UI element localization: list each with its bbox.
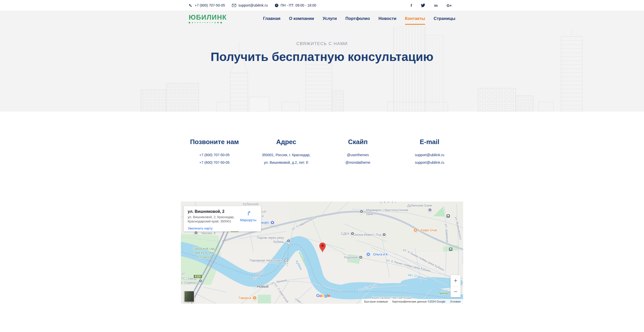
- poi-pin-sdek[interactable]: [350, 231, 355, 237]
- logo-dots: [189, 22, 222, 23]
- clock-icon: [275, 4, 278, 7]
- bus-stop-icon[interactable]: [449, 247, 452, 252]
- poi-pin-taverna[interactable]: [252, 295, 257, 302]
- phone-value: +7 (800) 707-50-05: [179, 159, 250, 166]
- poi-pin-dubinskie[interactable]: [428, 208, 432, 214]
- envelope-icon: [232, 4, 236, 7]
- poi-pin-olga[interactable]: [366, 252, 371, 258]
- terms-link[interactable]: Условия: [450, 300, 461, 303]
- contact-col-title: Адрес: [250, 138, 322, 146]
- poi-pin-lukoil[interactable]: [270, 220, 275, 226]
- directions-button[interactable]: Маршруты: [239, 209, 257, 229]
- address-value: ул. Вишняковой, д.2, лит. Е: [250, 159, 322, 166]
- contact-col-title: E-mail: [394, 138, 465, 146]
- topbar-phone-text: +7 (800) 707-50-05: [195, 3, 225, 7]
- directions-label: Маршруты: [239, 218, 257, 222]
- phone-icon: [189, 3, 193, 7]
- page-title: Получить бесплатную консультацию: [0, 50, 644, 64]
- nav-item-portfolio[interactable]: Портфолио: [345, 15, 370, 23]
- poi-pin-zavod[interactable]: [198, 279, 203, 285]
- skype-value: @monidatheme: [322, 159, 394, 166]
- district-label: ОКРУГ: [380, 202, 398, 204]
- label-fragment: й: [262, 214, 264, 218]
- enlarge-map-link[interactable]: Увеличить карту: [188, 226, 213, 230]
- poi-pin-parom[interactable]: [286, 239, 291, 245]
- nav-item-stranitsy[interactable]: Страницы: [434, 15, 455, 23]
- zoom-out-button[interactable]: −: [451, 286, 461, 297]
- address-value: 350001, Россия, г. Краснодар,: [250, 151, 322, 159]
- twitter-icon[interactable]: [421, 4, 425, 7]
- map-zoom-controls: + −: [451, 275, 461, 297]
- nav-item-novosti[interactable]: Новости: [378, 15, 396, 23]
- main-nav: Главная О компании Услуги Портфолио Ново…: [263, 15, 455, 23]
- google-map[interactable]: ул. Ставропольская ул. Шевченко ул. Маяк…: [181, 202, 463, 304]
- keyboard-shortcuts-link[interactable]: Быстрые клавиши: [364, 300, 388, 303]
- area-label-novy: Новый: [257, 284, 268, 288]
- google-letter: e: [328, 293, 330, 298]
- contact-col-phone: Позвоните нам +7 (800) 707-50-05 +7 (800…: [179, 138, 250, 166]
- poi-label: Паром через реку Кубань: [256, 236, 284, 244]
- map-info-card: ул. Вишняковой, 2 ул. Вишняковой, 2, Кра…: [184, 206, 261, 231]
- poi-label: Кафе Очаг: [421, 228, 437, 232]
- topbar: +7 (800) 707-50-05 support@ubilink.ru ПН…: [0, 0, 644, 11]
- nav-item-kontakty[interactable]: Контакты: [405, 15, 425, 23]
- map-card-address: ул. Вишняковой, 2, Краснодар, Краснодарс…: [188, 215, 239, 224]
- topbar-email[interactable]: support@ubilink.ru: [232, 3, 268, 7]
- map-marker[interactable]: [319, 242, 326, 253]
- google-plus-icon[interactable]: G+: [447, 3, 452, 8]
- poi-label: Чехова, 6: [201, 231, 216, 235]
- topbar-hours: ПН - ПТ: 09:00 - 18:00: [275, 3, 316, 7]
- park-label: Городской сад, парк культуры и отдыха: [192, 247, 216, 259]
- map-card-title: ул. Вишняковой, 2: [188, 209, 239, 214]
- route-badge-e115: E115: [193, 275, 202, 278]
- contact-col-title: Позвоните нам: [179, 138, 250, 146]
- linkedin-icon[interactable]: in: [434, 3, 437, 8]
- poi-pin-yunona[interactable]: [382, 232, 386, 238]
- topbar-email-text: support@ubilink.ru: [238, 3, 268, 7]
- topbar-hours-text: ПН - ПТ: 09:00 - 18:00: [280, 3, 316, 7]
- contact-col-skype: Скайп @userthemes @monidatheme: [322, 138, 394, 166]
- poi-label: Мармарис | Круглосуточная баня...: [366, 208, 410, 216]
- poi-pin-kafe-ochag[interactable]: [413, 228, 418, 234]
- map-attribution: Быстрые клавиши Картографические данные …: [362, 299, 463, 304]
- skype-value: @userthemes: [322, 151, 394, 159]
- area-label: Кубанский: [243, 202, 259, 206]
- google-letter: o: [319, 293, 322, 298]
- phone-value: +7 (800) 707-50-05: [179, 151, 250, 159]
- contact-col-address: Адрес 350001, Россия, г. Краснодар, ул. …: [250, 138, 322, 166]
- email-value: support@ubilink.ru: [394, 159, 465, 166]
- zoom-in-button[interactable]: +: [451, 275, 461, 286]
- map-copyright: Картографические данные ©2024 Google: [392, 300, 445, 303]
- contact-col-title: Скайп: [322, 138, 394, 146]
- hero-section: ЮБИЛИНК Главная О компании Услуги Портфо…: [0, 11, 644, 112]
- poi-pin-radonezh[interactable]: [358, 255, 363, 261]
- poi-label: Ольга и К: [373, 252, 388, 256]
- nav-item-uslugi[interactable]: Услуги: [323, 15, 337, 23]
- email-value: support@ubilink.ru: [394, 151, 465, 159]
- nav-item-glavnaya[interactable]: Главная: [263, 15, 280, 23]
- label-fragment: ый: [262, 210, 266, 213]
- facebook-icon[interactable]: f: [411, 3, 412, 8]
- directions-icon: [246, 212, 251, 217]
- poi-label-prichal: Причал: [438, 291, 449, 295]
- poi-label: Таверна: [234, 296, 251, 300]
- poi-label: Дубинские Бани: [407, 204, 432, 207]
- google-letter: g: [325, 293, 327, 298]
- street-view-thumbnail[interactable]: [184, 291, 194, 302]
- google-letter: G: [316, 293, 319, 298]
- google-logo[interactable]: Google: [316, 293, 330, 298]
- logo[interactable]: ЮБИЛИНК: [189, 14, 227, 23]
- topbar-phone[interactable]: +7 (800) 707-50-05: [189, 3, 225, 7]
- google-letter: o: [322, 293, 325, 298]
- bus-stop-icon[interactable]: [447, 214, 450, 219]
- logo-text: ЮБИЛИНК: [189, 14, 227, 21]
- poi-pin-pereprava[interactable]: [284, 258, 289, 264]
- poi-pin-marmaris[interactable]: [359, 209, 364, 215]
- nav-item-o-kompanii[interactable]: О компании: [289, 15, 314, 23]
- poi-label: Паромная переправа: [243, 258, 282, 262]
- hero-eyebrow: СВЯЖИТЕСЬ С НАМИ: [0, 41, 644, 46]
- contact-info-section: Позвоните нам +7 (800) 707-50-05 +7 (800…: [179, 112, 465, 166]
- poi-label: Радонеж: [339, 255, 357, 259]
- city-skyline-art: [0, 26, 644, 112]
- poi-label: Юнона-Инвест Лтд: [344, 233, 381, 237]
